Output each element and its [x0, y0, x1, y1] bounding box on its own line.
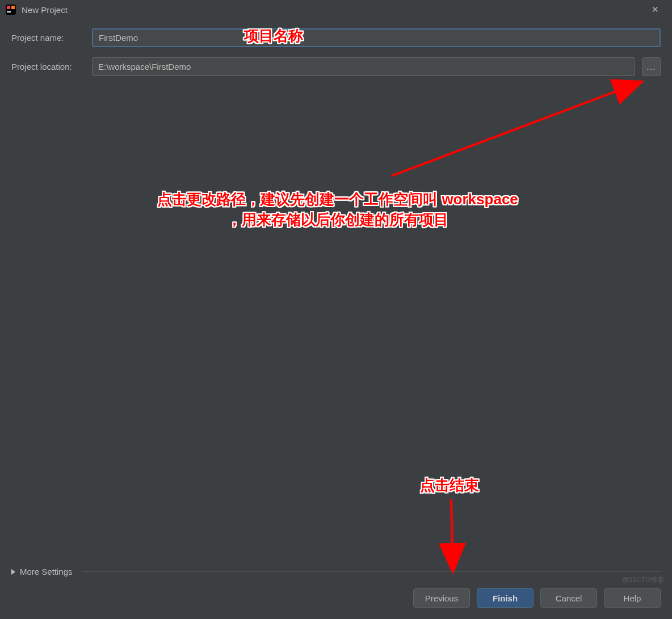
project-location-row: Project location: ...	[11, 57, 661, 76]
previous-button[interactable]: Previous	[413, 588, 470, 608]
help-button[interactable]: Help	[604, 588, 661, 608]
project-location-label: Project location:	[11, 62, 85, 71]
close-icon: ✕	[652, 5, 659, 15]
previous-button-label: Previous	[425, 593, 458, 603]
watermark: @51CTO博客	[621, 575, 664, 585]
svg-rect-1	[7, 6, 10, 9]
separator-line	[82, 571, 661, 572]
svg-rect-3	[7, 11, 11, 12]
window-title: New Project	[22, 5, 68, 15]
more-settings-toggle[interactable]: More Settings	[11, 567, 661, 576]
svg-line-5	[392, 82, 640, 176]
svg-line-6	[451, 499, 453, 570]
project-location-input[interactable]	[92, 57, 635, 76]
finish-button-label: Finish	[493, 593, 518, 603]
button-bar: Previous Finish Cancel Help	[413, 588, 661, 608]
close-button[interactable]: ✕	[644, 1, 666, 18]
project-name-input[interactable]	[92, 28, 661, 47]
expand-triangle-icon	[11, 569, 15, 575]
titlebar: New Project ✕	[0, 0, 672, 19]
cancel-button-label: Cancel	[556, 593, 582, 603]
annotation-arrows	[0, 0, 672, 619]
annotation-click-finish: 点击结束	[420, 475, 479, 495]
cancel-button[interactable]: Cancel	[540, 588, 597, 608]
annotation-change-path: 点击更改路径，建议先创建一个工作空间叫 workspace ，用来存储以后你创建…	[105, 189, 570, 230]
ellipsis-icon: ...	[646, 62, 656, 72]
intellij-icon	[6, 5, 16, 15]
svg-rect-2	[11, 6, 15, 9]
project-name-label: Project name:	[11, 33, 85, 43]
browse-button[interactable]: ...	[642, 57, 661, 76]
help-button-label: Help	[624, 593, 641, 603]
form-area: Project name: Project location: ...	[0, 19, 672, 76]
more-settings-label: More Settings	[20, 567, 73, 576]
project-name-row: Project name:	[11, 28, 661, 47]
finish-button[interactable]: Finish	[477, 588, 534, 608]
